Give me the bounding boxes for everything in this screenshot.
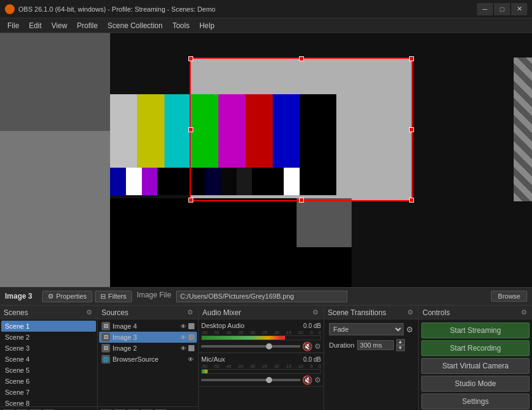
volume-slider-desktop[interactable] <box>201 345 300 348</box>
preview-gray-top-left <box>0 33 113 131</box>
source-image-icon: 🖼 <box>102 333 110 341</box>
handle-bottom-mid[interactable] <box>299 198 304 203</box>
scenes-list: Scene 1 Scene 2 Scene 3 Scene 4 Scene 5 … <box>0 319 97 406</box>
audio-controls-row-mic: 🔇 ⚙ <box>201 375 321 385</box>
settings-button[interactable]: Settings <box>421 393 530 409</box>
close-button[interactable]: ✕ <box>511 3 527 15</box>
menu-file[interactable]: File <box>2 20 24 31</box>
scene-item[interactable]: Scene 8 <box>1 398 96 406</box>
source-eye-button[interactable]: 👁 <box>187 356 194 363</box>
volume-slider-mic[interactable] <box>201 379 300 381</box>
duration-input[interactable] <box>357 340 394 350</box>
selected-source-label: Image 3 <box>5 292 32 300</box>
menu-edit[interactable]: Edit <box>24 20 46 31</box>
scene-item[interactable]: Scene 5 <box>1 365 96 376</box>
filters-button[interactable]: ⊟ Filters <box>95 291 132 302</box>
transition-row: Fade Cut Swipe Slide ⚙ <box>325 321 417 338</box>
studio-mode-button[interactable]: Studio Mode <box>421 376 530 392</box>
source-item[interactable]: 🖼 Image 4 👁 <box>99 321 197 332</box>
scene-item[interactable]: Scene 2 <box>1 332 96 343</box>
menu-help[interactable]: Help <box>194 20 220 31</box>
handle-right-mid[interactable] <box>409 127 414 132</box>
scenes-panel: Scenes ⚙ Scene 1 Scene 2 Scene 3 Scene 4… <box>0 306 98 410</box>
audio-track-name-mic: Mic/Aux <box>201 356 225 363</box>
properties-button[interactable]: ⚙ Properties <box>42 291 92 302</box>
meter-labels-mic: -60-50-40-35-30-25-20-15-10-50 <box>201 364 321 368</box>
audio-settings-button-mic[interactable]: ⚙ <box>314 376 321 384</box>
source-lock-icon <box>188 334 194 340</box>
menu-profile[interactable]: Profile <box>72 20 103 31</box>
transitions-panel: Scene Transitions ⚙ Fade Cut Swipe Slide… <box>324 306 419 410</box>
handle-top-mid[interactable] <box>299 56 304 61</box>
start-recording-button[interactable]: Start Recording <box>421 340 530 356</box>
controls-panel-header: Controls ⚙ <box>419 306 532 319</box>
filter-icon: ⊟ <box>100 293 106 300</box>
menubar: File Edit View Profile Scene Collection … <box>0 18 532 33</box>
handle-top-right[interactable] <box>409 56 414 61</box>
scenes-expand-button[interactable]: ⚙ <box>85 308 94 316</box>
source-image-icon: 🖼 <box>102 344 110 352</box>
transition-gear-button[interactable]: ⚙ <box>406 325 413 334</box>
transition-select[interactable]: Fade Cut Swipe Slide <box>329 323 404 335</box>
mixer-content: Desktop Audio 0.0 dB -60-50-40-35-30-25-… <box>199 319 323 410</box>
source-eye-button[interactable]: 👁 <box>180 334 187 341</box>
filepath-input[interactable] <box>176 291 347 302</box>
menu-tools[interactable]: Tools <box>168 20 194 31</box>
scene-item[interactable]: Scene 1 <box>1 321 96 332</box>
controls-expand-button[interactable]: ⚙ <box>520 308 528 316</box>
preview-black-lower <box>110 198 297 287</box>
controls-content: Start Streaming Start Recording Start Vi… <box>419 319 532 410</box>
scene-item[interactable]: Scene 6 <box>1 376 96 387</box>
handle-bottom-left[interactable] <box>188 198 193 203</box>
infobar-buttons: ⚙ Properties ⊟ Filters Image File <box>42 291 347 302</box>
sources-expand-button[interactable]: ⚙ <box>186 308 194 316</box>
scene-item[interactable]: Scene 4 <box>1 354 96 365</box>
maximize-button[interactable]: □ <box>494 3 510 15</box>
meter-labels-desktop: -60-50-40-35-30-25-20-15-10-50 <box>201 330 321 335</box>
source-browser-icon: 🌐 <box>102 355 110 363</box>
preview-gray-small <box>297 198 352 247</box>
duration-decrement-button[interactable]: ▼ <box>396 345 405 351</box>
scenes-panel-header: Scenes ⚙ <box>0 306 97 319</box>
audio-controls-row: 🔇 ⚙ <box>201 341 321 351</box>
handle-bottom-right[interactable] <box>409 198 414 203</box>
audio-meter-mic <box>201 369 321 374</box>
menu-scene-collection[interactable]: Scene Collection <box>103 20 168 31</box>
transitions-content: Fade Cut Swipe Slide ⚙ Duration ▲ ▼ <box>324 319 418 410</box>
sources-footer: + − ⚙ ∧ ∨ <box>98 406 198 410</box>
source-item[interactable]: 🖼 Image 3 👁 <box>99 332 197 343</box>
scene-item[interactable]: Scene 7 <box>1 387 96 398</box>
source-eye-button[interactable]: 👁 <box>180 322 187 330</box>
bottom-panels: Scenes ⚙ Scene 1 Scene 2 Scene 3 Scene 4… <box>0 305 532 410</box>
handle-top-left[interactable] <box>188 56 193 61</box>
duration-spin-buttons: ▲ ▼ <box>396 339 405 351</box>
source-eye-button[interactable]: 👁 <box>180 345 187 352</box>
source-item-controls: 👁 <box>180 345 194 352</box>
mixer-expand-button[interactable]: ⚙ <box>311 308 320 316</box>
menu-view[interactable]: View <box>46 20 72 31</box>
transitions-expand-button[interactable]: ⚙ <box>406 308 415 316</box>
browse-button[interactable]: Browse <box>491 291 527 302</box>
scene-item[interactable]: Scene 3 <box>1 343 96 354</box>
meter-fill-mic <box>202 370 208 373</box>
transitions-panel-header: Scene Transitions ⚙ <box>324 306 418 319</box>
source-item[interactable]: 🖼 Image 2 👁 <box>99 343 197 354</box>
duration-label: Duration <box>329 341 355 349</box>
start-streaming-button[interactable]: Start Streaming <box>421 322 530 338</box>
audio-track-name: Desktop Audio <box>201 322 245 329</box>
minimize-button[interactable]: ─ <box>477 3 493 15</box>
mixer-panel: Audio Mixer ⚙ Desktop Audio 0.0 dB -60-5… <box>199 306 324 410</box>
titlebar-controls[interactable]: ─ □ ✕ <box>477 3 527 15</box>
source-image-icon: 🖼 <box>102 322 110 330</box>
source-item[interactable]: 🌐 BrowserSource 👁 <box>99 354 197 365</box>
mute-button-mic[interactable]: 🔇 <box>302 375 312 385</box>
scenes-title: Scenes <box>4 308 28 317</box>
audio-settings-button-desktop[interactable]: ⚙ <box>314 342 321 351</box>
start-virtual-camera-button[interactable]: Start Virtual Camera <box>421 358 530 374</box>
preview-black-sm <box>297 247 352 287</box>
mute-button-desktop[interactable]: 🔇 <box>302 341 312 351</box>
duration-increment-button[interactable]: ▲ <box>396 339 405 345</box>
sources-list: 🖼 Image 4 👁 🖼 Image 3 👁 🖼 Image 2 <box>98 319 198 406</box>
titlebar-title: OBS 26.1.0 (64-bit, windows) - Profile: … <box>18 6 215 13</box>
handle-left-mid[interactable] <box>188 127 193 132</box>
